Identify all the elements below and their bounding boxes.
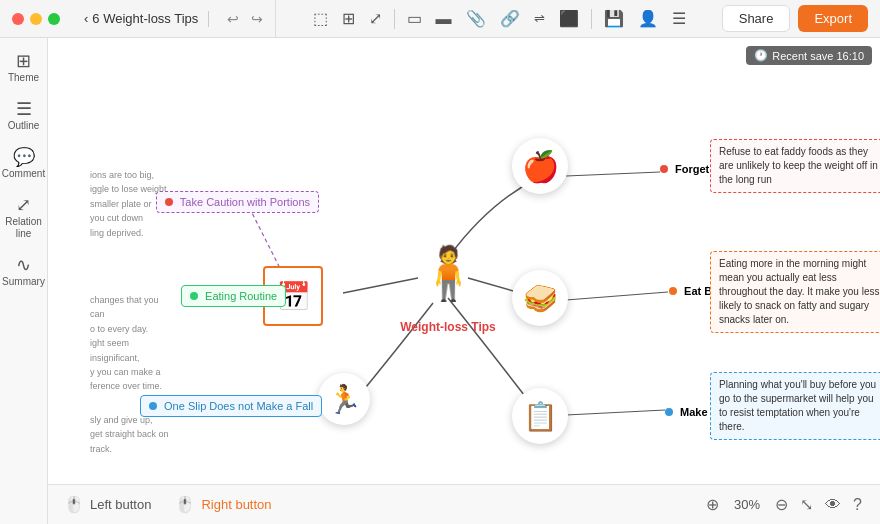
right-button-label: Right button xyxy=(201,497,271,512)
topic-dot-slip xyxy=(149,402,157,410)
center-node[interactable]: 🧍 Weight-loss Tips xyxy=(403,228,493,318)
theme-icon: ⊞ xyxy=(16,52,31,70)
zoom-in-button[interactable]: ⊕ xyxy=(704,493,721,516)
topic-one-slip[interactable]: One Slip Does not Make a Fall xyxy=(140,395,322,417)
comment-icon: 💬 xyxy=(13,148,35,166)
relation-tool-button[interactable]: ⇌ xyxy=(528,7,551,30)
outline-icon: ☰ xyxy=(16,100,32,118)
node-sandwich[interactable]: 🥪 xyxy=(512,270,568,326)
view-tool-button[interactable]: ☰ xyxy=(666,5,692,32)
fit-screen-button[interactable]: ⤡ xyxy=(798,493,815,516)
topic-dot-list xyxy=(665,408,673,416)
info-fads-text: Refuse to eat faddy foods as they are un… xyxy=(719,146,878,185)
left-panel-text-3: sly and give up, get straight back on tr… xyxy=(90,413,175,456)
toolbar-separator-1 xyxy=(394,9,395,29)
bottom-left-controls: 🖱️ Left button 🖱️ Right button xyxy=(64,495,272,514)
share-button[interactable]: Share xyxy=(722,5,791,32)
toolbar-separator-2 xyxy=(591,9,592,29)
zoom-percent: 30% xyxy=(729,497,765,512)
export-button[interactable]: Export xyxy=(798,5,868,32)
node-apple-img: 🍎 xyxy=(512,138,568,194)
connect-tool-button[interactable]: ⤢ xyxy=(363,5,388,32)
share-tool-button[interactable]: 👤 xyxy=(632,5,664,32)
subtopic-tool-button[interactable]: ▬ xyxy=(430,6,458,32)
info-forget-food-fads: Refuse to eat faddy foods as they are un… xyxy=(710,139,880,193)
undo-button[interactable]: ↩ xyxy=(223,9,243,29)
topic-dot-caution xyxy=(165,198,173,206)
sidebar-item-theme[interactable]: ⊞ Theme xyxy=(2,46,46,90)
node-runner-img: 🏃 xyxy=(318,373,370,425)
toolbar: ⬚ ⊞ ⤢ ▭ ▬ 📎 🔗 ⇌ ⬛ 💾 👤 ☰ xyxy=(284,5,713,32)
header-actions: Share Export xyxy=(722,5,868,32)
node-clipboard-img: 📋 xyxy=(512,388,568,444)
select-tool-button[interactable]: ⬚ xyxy=(307,5,334,32)
node-sandwich-img: 🥪 xyxy=(512,270,568,326)
left-cursor-icon: 🖱️ xyxy=(64,495,84,514)
center-figure: 🧍 xyxy=(416,247,481,299)
info-breakfast-text: Eating more in the morning might mean yo… xyxy=(719,258,879,325)
eye-button[interactable]: 👁 xyxy=(823,494,843,516)
close-button[interactable] xyxy=(12,13,24,25)
maximize-button[interactable] xyxy=(48,13,60,25)
titlebar: ‹ 6 Weight-loss Tips ↩ ↪ ⬚ ⊞ ⤢ ▭ ▬ 📎 🔗 ⇌… xyxy=(0,0,880,38)
boundary-tool-button[interactable]: ⬛ xyxy=(553,5,585,32)
sidebar-item-label-theme: Theme xyxy=(8,72,39,84)
left-button-label: Left button xyxy=(90,497,151,512)
sidebar-item-label-relation: Relation line xyxy=(5,216,42,240)
topic-slip-label: One Slip Does not Make a Fall xyxy=(164,400,313,412)
topic-eating-label: Eating Routine xyxy=(205,290,277,302)
left-sidebar: ⊞ Theme ☰ Outline 💬 Comment ⤢ Relation l… xyxy=(0,38,48,524)
svg-line-2 xyxy=(566,410,665,415)
svg-line-0 xyxy=(566,172,660,176)
sidebar-item-label-comment: Comment xyxy=(2,168,45,180)
redo-button[interactable]: ↪ xyxy=(247,9,267,29)
zoom-out-button[interactable]: ⊖ xyxy=(773,493,790,516)
recent-save-badge: 🕐 Recent save 16:10 xyxy=(746,46,872,65)
topic-eating-routine[interactable]: Eating Routine xyxy=(181,285,286,307)
info-eat-breakfast: Eating more in the morning might mean yo… xyxy=(710,251,880,333)
minimize-button[interactable] xyxy=(30,13,42,25)
recent-save-text: Recent save 16:10 xyxy=(772,50,864,62)
traffic-lights xyxy=(12,13,60,25)
canvas-area[interactable]: 🕐 Recent save 16:10 ions are too big, ig… xyxy=(48,38,880,524)
back-navigation[interactable]: ‹ 6 Weight-loss Tips ↩ ↪ xyxy=(76,0,276,37)
sidebar-item-comment[interactable]: 💬 Comment xyxy=(2,142,46,186)
frame-tool-button[interactable]: ⊞ xyxy=(336,5,361,32)
bottombar: 🖱️ Left button 🖱️ Right button ⊕ 30% ⊖ ⤡… xyxy=(48,484,880,524)
right-cursor-icon: 🖱️ xyxy=(175,495,195,514)
help-button[interactable]: ? xyxy=(851,494,864,516)
sep xyxy=(208,11,209,27)
save-tool-button[interactable]: 💾 xyxy=(598,5,630,32)
topic-tool-button[interactable]: ▭ xyxy=(401,5,428,32)
sidebar-item-outline[interactable]: ☰ Outline xyxy=(2,94,46,138)
sidebar-item-summary[interactable]: ∿ Summary xyxy=(2,250,46,294)
svg-line-1 xyxy=(566,292,668,300)
nav-arrows: ↩ ↪ xyxy=(223,9,267,29)
left-panel-text-2: changes that you can o to every day. igh… xyxy=(90,293,175,394)
topic-dot-fads xyxy=(660,165,668,173)
center-label: Weight-loss Tips xyxy=(400,320,496,334)
sidebar-item-label-outline: Outline xyxy=(8,120,40,132)
relation-icon: ⤢ xyxy=(16,196,31,214)
right-button-control[interactable]: 🖱️ Right button xyxy=(175,495,271,514)
document-title: 6 Weight-loss Tips xyxy=(92,11,198,26)
sidebar-item-label-summary: Summary xyxy=(2,276,45,288)
left-button-control[interactable]: 🖱️ Left button xyxy=(64,495,151,514)
topic-caution-label: Take Caution with Portions xyxy=(180,196,310,208)
main-layout: ⊞ Theme ☰ Outline 💬 Comment ⤢ Relation l… xyxy=(0,38,880,524)
recent-save-icon: 🕐 xyxy=(754,49,768,62)
info-list-text: Planning what you'll buy before you go t… xyxy=(719,379,876,432)
node-runner[interactable]: 🏃 xyxy=(318,373,370,425)
topic-take-caution[interactable]: Take Caution with Portions xyxy=(156,191,319,213)
zoom-controls: ⊕ 30% ⊖ ⤡ 👁 ? xyxy=(704,493,864,516)
summary-icon: ∿ xyxy=(16,256,31,274)
attach-tool-button[interactable]: 📎 xyxy=(460,5,492,32)
info-make-list: Planning what you'll buy before you go t… xyxy=(710,372,880,440)
link-tool-button[interactable]: 🔗 xyxy=(494,5,526,32)
topic-dot-breakfast xyxy=(669,287,677,295)
back-icon: ‹ xyxy=(84,11,88,26)
topic-dot-eating xyxy=(190,292,198,300)
sidebar-item-relation[interactable]: ⤢ Relation line xyxy=(2,190,46,246)
node-clipboard[interactable]: 📋 xyxy=(512,388,568,444)
node-apple[interactable]: 🍎 xyxy=(512,138,568,194)
